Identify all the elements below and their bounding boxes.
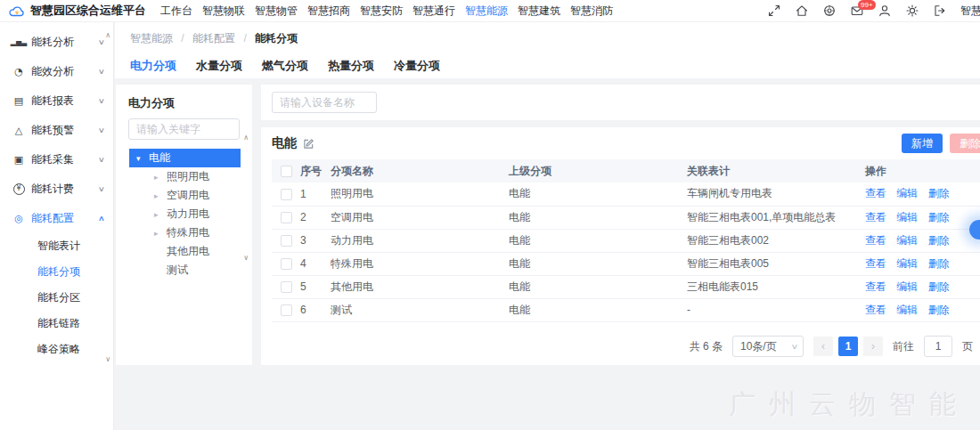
sidebar-item[interactable]: 能耗配置 ∧ xyxy=(0,204,113,233)
row-checkbox[interactable] xyxy=(281,304,292,316)
current-page[interactable]: 1 xyxy=(838,337,858,356)
table-row: 4 特殊用电 电能 智能三相电表005 查看 编辑 删除 xyxy=(272,252,980,275)
sidebar-subitem[interactable]: 能耗分项 xyxy=(0,259,113,285)
edit-link[interactable]: 编辑 xyxy=(896,304,918,316)
view-link[interactable]: 查看 xyxy=(865,257,886,270)
topnav-item[interactable]: 智慧物管 xyxy=(255,4,298,19)
sidebar-item[interactable]: 能耗采集 ∨ xyxy=(0,145,113,174)
top-navigation: 工作台 智慧物联 智慧物管 智慧招商 智慧安防 智慧通行 智慧能源 智慧建筑 智… xyxy=(160,4,613,19)
sidebar-subitem-label: 能耗链路 xyxy=(37,316,80,331)
delete-link[interactable]: 删除 xyxy=(928,211,950,223)
sidebar-item[interactable]: 能耗分析 ∨ xyxy=(0,28,113,57)
header-buttons: 新增 删除 xyxy=(902,134,980,153)
prev-page-button[interactable]: ‹ xyxy=(813,337,833,356)
view-link[interactable]: 查看 xyxy=(865,304,886,316)
page-size-select[interactable]: 10条/页 ∨ xyxy=(732,336,804,357)
tree-node[interactable]: 其他用电 xyxy=(129,242,241,261)
sidebar-item[interactable]: 能耗预警 ∨ xyxy=(0,116,113,145)
topnav-item[interactable]: 智慧安防 xyxy=(360,4,403,19)
breadcrumb-item[interactable]: 能耗配置 xyxy=(192,32,235,45)
scrollbar-up-icon[interactable]: ∧ xyxy=(243,134,249,142)
chevron-icon: ∨ xyxy=(98,68,105,76)
sidebar-subitem[interactable]: 峰谷策略 xyxy=(0,337,113,362)
sidebar-subitem[interactable]: 能耗链路 xyxy=(0,311,113,337)
report-icon xyxy=(12,95,25,107)
logout-icon[interactable] xyxy=(934,4,946,17)
pagination-total: 共 6 条 xyxy=(690,339,723,354)
tree-node[interactable]: ▸ 动力用电 xyxy=(129,205,241,223)
select-all-checkbox[interactable] xyxy=(281,166,292,177)
tree-node[interactable]: 测试 xyxy=(129,261,241,280)
sidebar-item[interactable]: 能耗报表 ∨ xyxy=(0,86,113,116)
edit-icon[interactable] xyxy=(303,138,314,150)
delete-link[interactable]: 删除 xyxy=(928,234,950,247)
row-checkbox[interactable] xyxy=(281,189,292,200)
edit-link[interactable]: 编辑 xyxy=(896,187,918,199)
delete-button[interactable]: 删除 xyxy=(950,134,980,153)
row-checkbox[interactable] xyxy=(281,235,292,247)
cell-meters: 智能三相电表002 xyxy=(682,229,860,252)
sidebar-item[interactable]: 能耗计费 ∨ xyxy=(0,174,113,204)
tree-node[interactable]: ▾ 电能 xyxy=(129,149,241,167)
topnav-item[interactable]: 智慧能源 xyxy=(465,4,508,19)
scrollbar-down-icon[interactable]: ∨ xyxy=(105,355,110,363)
home-icon[interactable] xyxy=(796,4,808,17)
tree-node[interactable]: ▸ 空调用电 xyxy=(129,186,241,205)
app-logo[interactable]: 智慧园区综合运维平台 xyxy=(0,3,146,19)
tab[interactable]: 燃气分项 xyxy=(262,58,308,79)
next-page-button[interactable]: › xyxy=(863,337,883,356)
add-button[interactable]: 新增 xyxy=(902,134,943,153)
sidebar-item-label: 能耗报表 xyxy=(31,93,74,109)
mail-icon[interactable]: 99+ xyxy=(851,4,863,17)
topnav-item[interactable]: 工作台 xyxy=(160,4,192,19)
cell-parent: 电能 xyxy=(503,206,682,229)
tree-search-input[interactable] xyxy=(128,118,240,140)
cell-name: 动力用电 xyxy=(325,229,503,252)
row-checkbox[interactable] xyxy=(281,281,292,293)
tree-node[interactable]: ▸ 特殊用电 xyxy=(129,223,241,242)
tree-node[interactable]: ▸ 照明用电 xyxy=(129,167,241,186)
view-link[interactable]: 查看 xyxy=(865,234,886,247)
tab[interactable]: 冷量分项 xyxy=(394,58,440,79)
pie-icon xyxy=(12,66,25,77)
edit-link[interactable]: 编辑 xyxy=(896,211,918,223)
fullscreen-icon[interactable] xyxy=(768,4,780,17)
delete-link[interactable]: 删除 xyxy=(928,280,950,293)
tab[interactable]: 电力分项 xyxy=(130,58,176,79)
delete-link[interactable]: 删除 xyxy=(928,257,950,270)
edit-link[interactable]: 编辑 xyxy=(896,234,918,247)
scrollbar-down-icon[interactable]: ∨ xyxy=(243,254,249,262)
gear-icon[interactable] xyxy=(823,4,836,17)
user-icon[interactable] xyxy=(878,4,891,17)
sidebar-item[interactable]: 能效分析 ∨ xyxy=(0,57,113,86)
topnav-item[interactable]: 智慧通行 xyxy=(412,4,455,19)
breadcrumb-tabs-card: 智慧能源 / 能耗配置 / 能耗分项 电力分项 水量分项 燃气分项 热量分项 冷… xyxy=(115,22,980,78)
topnav-item[interactable]: 智慧建筑 xyxy=(518,4,560,19)
topnav-item[interactable]: 智慧物联 xyxy=(202,4,245,19)
topnav-item[interactable]: 智慧消防 xyxy=(570,4,613,19)
topbar-trailing-text: 智慧园区 xyxy=(960,4,980,19)
row-checkbox[interactable] xyxy=(281,212,292,223)
row-checkbox[interactable] xyxy=(281,258,292,270)
topnav-item[interactable]: 智慧招商 xyxy=(307,4,350,19)
goto-page-input[interactable] xyxy=(924,336,952,357)
edit-link[interactable]: 编辑 xyxy=(896,280,918,293)
view-link[interactable]: 查看 xyxy=(865,187,886,199)
view-link[interactable]: 查看 xyxy=(865,211,886,223)
sidebar-subitem[interactable]: 能耗分区 xyxy=(0,285,113,311)
delete-link[interactable]: 删除 xyxy=(928,304,950,316)
breadcrumb-current: 能耗分项 xyxy=(255,32,298,45)
edit-link[interactable]: 编辑 xyxy=(896,257,918,270)
sidebar-subitem[interactable]: 智能表计 xyxy=(0,233,113,259)
theme-icon[interactable] xyxy=(906,4,919,17)
scrollbar-up-icon[interactable]: ∧ xyxy=(105,31,110,39)
tab[interactable]: 水量分项 xyxy=(196,58,242,79)
delete-link[interactable]: 删除 xyxy=(928,187,950,199)
view-link[interactable]: 查看 xyxy=(865,280,886,293)
breadcrumb-item[interactable]: 智慧能源 xyxy=(130,32,173,45)
page-unit-label: 页 xyxy=(962,339,973,354)
table-row: 3 动力用电 电能 智能三相电表002 查看 编辑 删除 xyxy=(272,229,980,252)
breadcrumb-separator: / xyxy=(243,32,246,45)
tab[interactable]: 热量分项 xyxy=(328,58,374,79)
device-search-input[interactable] xyxy=(272,92,377,113)
